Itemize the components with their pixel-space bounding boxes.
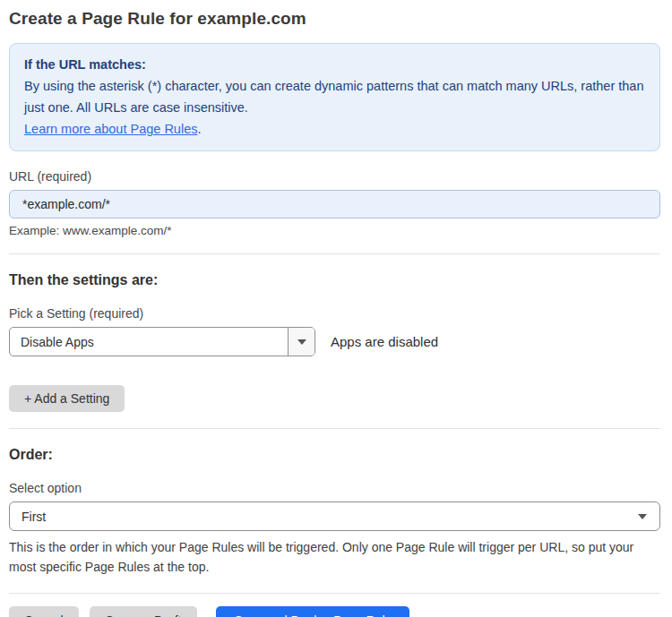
add-setting-button[interactable]: + Add a Setting xyxy=(9,385,125,412)
order-select-label: Select option xyxy=(9,481,660,495)
page-rule-form: Create a Page Rule for example.com If th… xyxy=(0,0,672,617)
setting-status-text: Apps are disabled xyxy=(331,334,438,349)
page-title: Create a Page Rule for example.com xyxy=(9,7,660,30)
caret-down-icon xyxy=(297,339,306,345)
form-actions: Cancel Save as Draft Save and Deploy Pag… xyxy=(9,606,660,617)
divider xyxy=(9,593,660,594)
cancel-button[interactable]: Cancel xyxy=(9,606,79,617)
setting-dropdown-value: Disable Apps xyxy=(10,328,288,356)
pick-setting-label: Pick a Setting (required) xyxy=(9,306,660,321)
url-input[interactable] xyxy=(9,190,660,219)
order-helper-text: This is the order in which your Page Rul… xyxy=(9,537,654,577)
info-box-link-line: Learn more about Page Rules. xyxy=(24,118,645,140)
settings-section-heading: Then the settings are: xyxy=(9,272,660,288)
order-section-heading: Order: xyxy=(9,447,660,463)
url-example-helper: Example: www.example.com/* xyxy=(9,224,660,237)
setting-row: Disable Apps Apps are disabled xyxy=(9,327,660,356)
info-box-heading: If the URL matches: xyxy=(24,54,645,75)
info-box-body: By using the asterisk (*) character, you… xyxy=(24,75,645,118)
save-as-draft-button[interactable]: Save as Draft xyxy=(90,606,198,617)
order-select-value: First xyxy=(22,510,46,524)
url-field-label: URL (required) xyxy=(9,169,660,184)
setting-dropdown-arrow-button[interactable] xyxy=(288,328,314,356)
setting-dropdown[interactable]: Disable Apps xyxy=(9,327,315,356)
divider xyxy=(9,253,660,254)
order-select[interactable]: First xyxy=(9,501,660,531)
link-suffix: . xyxy=(197,122,201,136)
url-match-info-box: If the URL matches: By using the asteris… xyxy=(9,43,660,151)
caret-down-icon xyxy=(638,514,647,519)
divider xyxy=(9,428,660,429)
learn-more-link[interactable]: Learn more about Page Rules xyxy=(24,122,197,136)
save-and-deploy-button[interactable]: Save and Deploy Page Rule xyxy=(216,606,409,617)
